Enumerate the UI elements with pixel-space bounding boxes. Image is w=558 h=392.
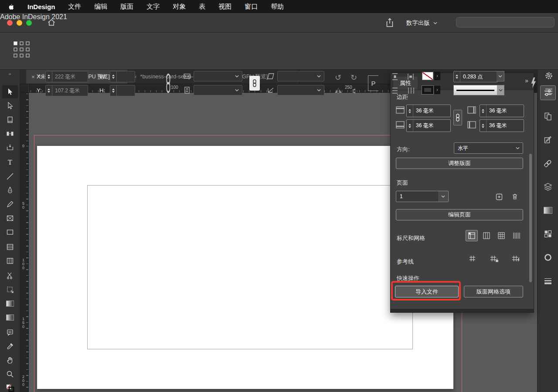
pencil-tool[interactable] <box>2 198 18 211</box>
height-field[interactable] <box>110 85 135 96</box>
panel-resize-bar[interactable] <box>391 309 534 312</box>
orientation-dropdown[interactable]: 水平 <box>454 142 523 154</box>
margin-left-field[interactable]: 36 毫米 <box>480 119 524 132</box>
stepper[interactable] <box>480 105 487 117</box>
panel-collapse-icon[interactable]: » <box>525 77 528 84</box>
menu-view[interactable]: 视图 <box>218 3 231 11</box>
zoom-tool[interactable] <box>2 368 18 381</box>
show-guides-icon[interactable] <box>466 253 479 264</box>
type-tool[interactable]: T <box>2 156 18 169</box>
stepper[interactable] <box>480 120 487 132</box>
toolbar-collapse-icon[interactable]: » <box>0 71 20 76</box>
delete-page-trash-icon[interactable] <box>511 193 519 200</box>
links-panel-icon[interactable] <box>540 156 556 171</box>
width-field[interactable] <box>110 71 135 82</box>
content-collector-tool[interactable] <box>2 141 18 154</box>
distribute-vertical-icon[interactable] <box>391 73 398 81</box>
line-tool[interactable] <box>2 170 18 183</box>
constrain-dimensions-chain-icon[interactable] <box>166 73 171 93</box>
edit-pages-button[interactable]: 编辑页面 <box>396 209 523 220</box>
flip-vertical-icon[interactable] <box>350 88 358 95</box>
lightning-icon[interactable] <box>530 76 536 89</box>
stroke-options-button[interactable] <box>434 86 440 94</box>
margin-top-field[interactable]: 36 毫米 <box>406 105 451 117</box>
close-window-button[interactable] <box>7 20 13 26</box>
menu-edit[interactable]: 编辑 <box>94 3 107 11</box>
settings-gear-icon[interactable] <box>545 72 553 80</box>
page-tool[interactable] <box>2 113 18 126</box>
rotate-ccw-button[interactable]: ↺ <box>335 73 341 82</box>
menu-type[interactable]: 文字 <box>146 3 160 11</box>
flip-horizontal-icon[interactable] <box>334 88 343 95</box>
stepper[interactable] <box>407 120 413 132</box>
reference-point-proxy-icon[interactable] <box>12 39 31 60</box>
pages-panel-icon[interactable] <box>540 109 556 124</box>
panel-scrollbar[interactable] <box>529 154 532 282</box>
constrain-scale-link-button[interactable] <box>249 76 260 91</box>
page-number-dropdown[interactable]: 1 <box>396 191 439 202</box>
eyedropper-tool[interactable] <box>2 340 18 353</box>
stroke-weight-field[interactable]: 0.283 点 <box>453 71 498 82</box>
y-stepper[interactable] <box>46 85 52 96</box>
show-baseline-grid-icon[interactable] <box>510 230 522 241</box>
link-margins-chain-button[interactable] <box>453 110 462 125</box>
note-tool[interactable] <box>2 326 18 339</box>
rectangle-frame-tool[interactable] <box>2 212 18 225</box>
stroke-panel-icon[interactable] <box>540 274 556 288</box>
page-dropdown-chevron[interactable] <box>438 191 449 202</box>
y-position-field[interactable]: 107.2 毫米 <box>45 85 88 96</box>
search-input[interactable] <box>456 17 555 27</box>
shear-angle-dropdown[interactable] <box>277 71 324 81</box>
minimize-window-button[interactable] <box>17 20 22 26</box>
share-icon[interactable] <box>385 18 394 27</box>
stroke-swatch[interactable] <box>422 86 433 94</box>
stepper[interactable] <box>407 105 413 117</box>
vertical-grid-tool[interactable] <box>2 254 18 267</box>
gradient-feather-tool[interactable] <box>2 311 18 324</box>
direct-selection-tool[interactable] <box>2 99 18 112</box>
x-position-field[interactable]: 222 毫米 <box>45 71 88 82</box>
menu-file[interactable]: 文件 <box>68 3 81 11</box>
margin-bottom-field[interactable]: 36 毫米 <box>406 119 451 132</box>
zoom-window-button[interactable] <box>26 20 32 26</box>
hand-tool[interactable] <box>2 354 18 367</box>
distribute-horizontal-icon[interactable] <box>407 73 414 81</box>
margin-right-field[interactable]: 36 毫米 <box>480 105 524 117</box>
gradient-panel-icon[interactable] <box>540 203 556 218</box>
pen-tool[interactable] <box>2 184 18 197</box>
menu-help[interactable]: 帮助 <box>271 3 284 11</box>
close-tab-icon[interactable]: × <box>31 74 35 80</box>
add-page-icon[interactable] <box>495 193 503 201</box>
selection-tool[interactable] <box>2 85 18 98</box>
stroke-style-dropdown[interactable] <box>453 85 504 95</box>
gap-tool[interactable] <box>2 127 18 140</box>
layout-grid-options-button[interactable]: 版面网格选项 <box>464 286 523 297</box>
width-stepper[interactable] <box>110 71 117 82</box>
lock-guides-icon[interactable] <box>487 253 500 264</box>
workspace-switcher[interactable]: 数字出版 <box>406 19 437 27</box>
ruler-origin-corner[interactable] <box>20 84 29 93</box>
object-styles-panel-icon[interactable] <box>540 132 556 147</box>
gradient-swatch-tool[interactable] <box>2 297 18 310</box>
menu-app-name[interactable]: InDesign <box>27 3 55 10</box>
menu-object[interactable]: 对象 <box>173 3 186 11</box>
vertical-ruler[interactable]: 0 50 100 150 200 <box>20 93 29 392</box>
x-stepper[interactable] <box>46 71 52 82</box>
rectangle-tool[interactable] <box>2 226 18 239</box>
layers-panel-icon[interactable] <box>540 179 556 194</box>
height-stepper[interactable] <box>110 85 117 96</box>
menu-window[interactable]: 窗口 <box>245 3 258 11</box>
menu-layout[interactable]: 版面 <box>120 3 133 11</box>
show-document-grid-icon[interactable] <box>495 230 507 241</box>
fill-swatch-none[interactable] <box>422 72 433 80</box>
adjust-layout-button[interactable]: 调整版面 <box>396 158 523 169</box>
show-columns-icon[interactable] <box>480 230 493 241</box>
free-transform-tool[interactable] <box>2 283 18 296</box>
stroke-weight-stepper[interactable] <box>454 71 460 82</box>
scissors-tool[interactable] <box>2 269 18 282</box>
color-panel-icon[interactable] <box>540 250 556 265</box>
stroke-weight-dropdown-button[interactable] <box>497 71 504 81</box>
show-rulers-icon[interactable] <box>466 230 478 241</box>
space-vertical-icon[interactable] <box>391 87 398 95</box>
swatches-panel-icon[interactable] <box>540 226 556 241</box>
